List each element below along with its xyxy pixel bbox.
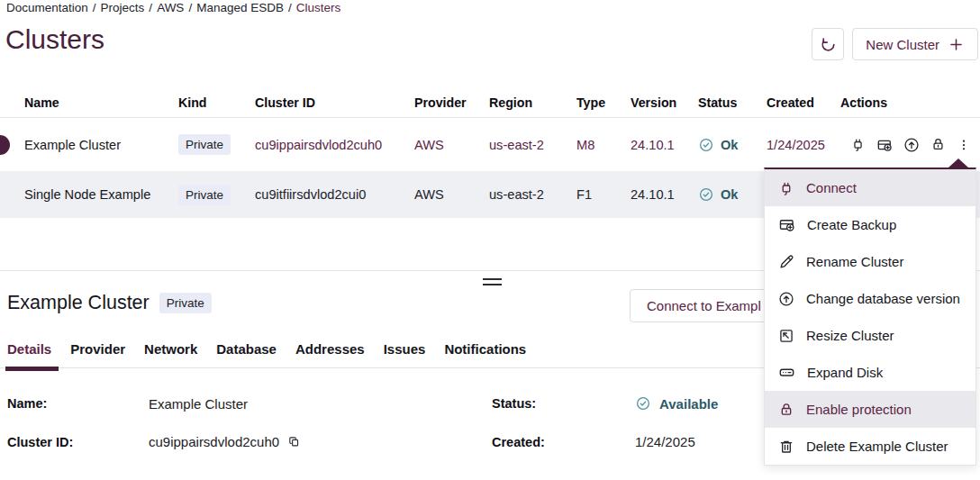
resize-icon	[777, 327, 795, 345]
menu-item-label: Rename Cluster	[806, 254, 903, 269]
status-text: Ok	[721, 187, 738, 202]
detail-kind-badge: Private	[159, 293, 212, 313]
cluster-name-cell[interactable]: Single Node Example	[24, 187, 178, 202]
tab-network[interactable]: Network	[144, 340, 197, 367]
backup-icon	[777, 215, 796, 234]
check-circle-icon	[698, 137, 714, 153]
menu-item-rename-cluster[interactable]: Rename Cluster	[765, 243, 975, 280]
cluster-id-field-text: cu9ippairsdvlod2cuh0	[149, 434, 279, 449]
name-field-label: Name:	[7, 396, 149, 411]
cluster-id-field-value: cu9ippairsdvlod2cuh0	[149, 434, 492, 449]
kind-cell: Private	[178, 134, 255, 155]
menu-item-label: Change database version	[806, 291, 960, 306]
type-cell: F1	[576, 187, 631, 202]
menu-item-resize-cluster[interactable]: Resize Cluster	[765, 317, 975, 354]
plug-icon[interactable]	[849, 136, 867, 153]
tab-notifications[interactable]: Notifications	[444, 340, 526, 367]
menu-item-label: Delete Example Cluster	[806, 439, 948, 454]
column-header-status: Status	[698, 95, 767, 110]
column-header-region: Region	[489, 95, 576, 110]
created-cell: 1/24/2025	[767, 138, 840, 152]
lock-icon	[777, 401, 795, 419]
kebab-icon[interactable]	[956, 137, 972, 153]
row-actions	[840, 136, 980, 154]
kind-badge: Private	[178, 134, 231, 155]
breadcrumb-item-projects[interactable]: Projects	[101, 1, 145, 14]
menu-item-create-backup[interactable]: Create Backup	[765, 206, 975, 243]
breadcrumb-separator: /	[288, 1, 292, 14]
menu-item-label: Create Backup	[807, 217, 896, 232]
arrow-up-circle-icon	[777, 290, 795, 308]
check-circle-icon	[635, 395, 651, 412]
check-circle-icon	[698, 186, 714, 203]
menu-item-enable-protection[interactable]: Enable protection	[765, 391, 975, 428]
clusters-page: Documentation / Projects / AWS / Managed…	[0, 0, 980, 480]
column-header-kind: Kind	[178, 95, 255, 110]
version-cell: 24.10.1	[631, 138, 698, 152]
column-header-name: Name	[24, 95, 178, 110]
provider-cell: AWS	[414, 138, 489, 152]
plus-icon	[948, 36, 965, 53]
status-cell: Ok	[698, 137, 767, 153]
new-cluster-button[interactable]: New Cluster	[852, 28, 978, 60]
column-header-cluster-id: Cluster ID	[255, 95, 414, 110]
table-header: Name Kind Cluster ID Provider Region Typ…	[0, 88, 980, 118]
tab-database[interactable]: Database	[216, 340, 277, 367]
refresh-icon	[819, 35, 838, 54]
cluster-id-field-label: Cluster ID:	[7, 435, 149, 449]
provider-cell: AWS	[414, 187, 489, 202]
menu-caret	[948, 158, 968, 168]
menu-item-delete-cluster[interactable]: Delete Example Cluster	[765, 428, 975, 465]
column-header-version: Version	[631, 95, 698, 110]
panel-drag-handle[interactable]	[483, 278, 502, 289]
status-text: Ok	[721, 138, 738, 152]
kind-badge: Private	[178, 185, 231, 205]
status-cell: Ok	[698, 186, 767, 203]
copy-icon[interactable]	[287, 435, 301, 448]
breadcrumb-item-managed-esdb[interactable]: Managed ESDB	[196, 1, 284, 14]
column-header-type: Type	[576, 95, 631, 110]
refresh-button[interactable]	[812, 28, 844, 60]
menu-item-label: Expand Disk	[807, 365, 883, 380]
detail-header: Example Cluster Private	[7, 292, 212, 314]
column-header-provider: Provider	[414, 95, 489, 110]
header-actions: New Cluster	[812, 28, 978, 60]
plug-icon	[777, 179, 795, 197]
tab-addresses[interactable]: Addresses	[295, 340, 365, 367]
created-field-label: Created:	[492, 435, 635, 449]
breadcrumb: Documentation / Projects / AWS / Managed…	[6, 1, 340, 14]
breadcrumb-item-aws[interactable]: AWS	[157, 1, 184, 14]
menu-item-label: Enable protection	[806, 402, 912, 417]
tab-issues[interactable]: Issues	[384, 340, 426, 367]
arrow-up-circle-icon[interactable]	[903, 136, 921, 154]
breadcrumb-item-documentation[interactable]: Documentation	[6, 1, 88, 14]
pencil-icon	[777, 253, 795, 271]
kind-cell: Private	[178, 185, 255, 205]
disk-icon	[777, 363, 796, 382]
status-field-label: Status:	[492, 396, 635, 411]
breadcrumb-separator: /	[149, 1, 152, 14]
menu-item-expand-disk[interactable]: Expand Disk	[765, 354, 975, 391]
breadcrumb-separator: /	[188, 1, 192, 14]
version-cell: 24.10.1	[631, 187, 698, 202]
table-row[interactable]: Example Cluster Private cu9ippairsdvlod2…	[0, 118, 980, 171]
cluster-name-cell[interactable]: Example Cluster	[24, 138, 178, 152]
region-cell: us-east-2	[489, 138, 576, 152]
tab-details[interactable]: Details	[7, 340, 51, 367]
detail-title: Example Cluster	[7, 292, 150, 314]
lock-icon[interactable]	[930, 136, 947, 153]
trash-icon	[777, 438, 795, 456]
column-header-actions: Actions	[840, 95, 980, 110]
cluster-id-cell: cu9itfiirsdvlod2cui0	[255, 187, 414, 202]
menu-item-label: Resize Cluster	[806, 328, 894, 343]
breadcrumb-separator: /	[93, 1, 96, 14]
tab-provider[interactable]: Provider	[70, 340, 125, 367]
breadcrumb-item-clusters[interactable]: Clusters	[296, 1, 341, 14]
backup-icon[interactable]	[876, 136, 894, 154]
menu-item-change-database-version[interactable]: Change database version	[765, 280, 975, 317]
page-title: Clusters	[5, 24, 104, 55]
menu-item-connect[interactable]: Connect	[765, 169, 975, 206]
type-cell: M8	[576, 138, 631, 152]
column-header-created: Created	[767, 95, 840, 110]
new-cluster-label: New Cluster	[866, 37, 939, 52]
